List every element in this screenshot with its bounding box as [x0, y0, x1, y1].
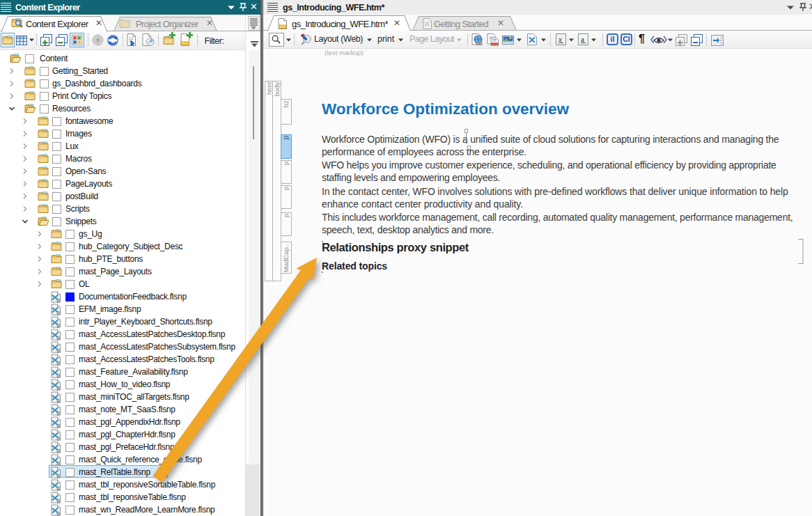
- svg-text:a: a: [581, 35, 584, 43]
- svg-text:x: x: [558, 35, 562, 43]
